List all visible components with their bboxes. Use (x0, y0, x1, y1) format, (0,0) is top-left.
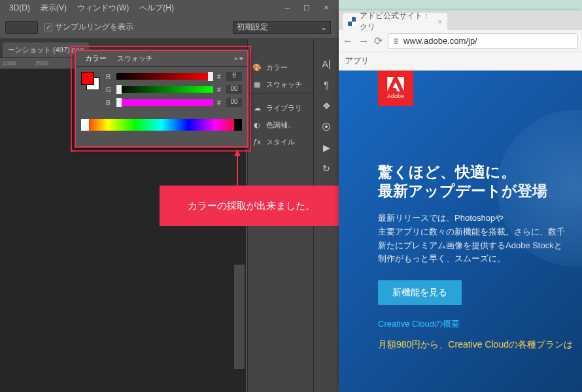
address-bar-row: ← → ⟳ 🗎 www.adobe.com/jp/ (339, 30, 582, 52)
close-button[interactable]: × (317, 0, 336, 14)
maximize-button[interactable]: □ (297, 0, 317, 14)
palette-icon: 🎨 (252, 63, 262, 72)
adobe-logo-icon (387, 77, 404, 91)
contrast-icon: ◐ (252, 121, 262, 129)
menu-view[interactable]: 表示(V) (37, 3, 71, 14)
ruler-tick: 2500 (35, 60, 48, 67)
panel-swatches[interactable]: ▦スウォッチ (248, 76, 313, 93)
preset-dropdown[interactable]: 初期設定 ⌄ (233, 21, 331, 34)
url-text: www.adobe.com/jp/ (403, 36, 477, 46)
annotation-arrow (237, 152, 238, 187)
sample-ring-label: サンプルリングを表示 (55, 22, 133, 33)
panel-label: スタイル (266, 137, 295, 147)
r-slider[interactable] (116, 73, 213, 80)
favicon-icon (348, 17, 356, 26)
menu-3d[interactable]: 3D(D) (5, 3, 34, 12)
r-label: R (106, 73, 112, 80)
menu-help[interactable]: ヘルプ(H) (135, 3, 178, 14)
browser-tabbar: アドビ公式サイト：クリ × (339, 10, 582, 30)
cloud-icon: ☁ (252, 104, 262, 112)
hero-heading-2: 最新アップデートが登場 (378, 181, 582, 201)
hero-copy: 最新リリースでは、Photoshopや 主要アプリに数々の新機能を搭載。さらに、… (378, 212, 582, 266)
ruler-tick: 2400 (3, 60, 16, 67)
b-slider[interactable] (116, 99, 213, 106)
g-slider[interactable] (116, 86, 213, 93)
menu-window[interactable]: ウィンドウ(W) (73, 3, 133, 14)
photoshop-window: 3D(D) 表示(V) ウィンドウ(W) ヘルプ(H) – □ × ✓ サンプル… (0, 0, 339, 392)
layers-icon[interactable]: ❖ (322, 101, 331, 111)
adobe-logo-badge[interactable]: Adobe (378, 71, 413, 106)
checkbox-icon: ✓ (44, 24, 52, 31)
hash: # (217, 99, 222, 106)
reload-button[interactable]: ⟳ (374, 35, 383, 47)
fx-icon: ƒx (252, 138, 262, 146)
b-label: B (106, 99, 112, 106)
hash: # (217, 73, 222, 80)
panel-libraries[interactable]: ☁ライブラリ (248, 99, 313, 116)
adobe-label: Adobe (387, 93, 404, 99)
panel-menu-icon[interactable]: » ≡ (234, 55, 247, 62)
minimize-button[interactable]: – (277, 0, 297, 14)
spectrum-bar[interactable] (81, 119, 242, 131)
panel-label: スウォッチ (266, 80, 302, 90)
hash: # (217, 86, 222, 93)
b-value[interactable]: 00 (226, 98, 242, 107)
rgb-sliders: R # ff G # 00 B # 00 (106, 72, 242, 111)
g-label: G (106, 86, 112, 93)
panel-color[interactable]: 🎨カラー (248, 59, 313, 76)
page-hero: Adobe 驚くほど、快適に。 最新アップデートが登場 最新リリースでは、Pho… (339, 71, 582, 392)
menu-bar: 3D(D) 表示(V) ウィンドウ(W) ヘルプ(H) – □ × (0, 0, 339, 16)
page-icon: 🗎 (392, 37, 400, 46)
annotation-callout: カラーの採取が出来ました。 (160, 186, 343, 226)
panel-adjust[interactable]: ◐色調補.. (248, 116, 313, 133)
tool-dropdown[interactable] (5, 21, 38, 34)
panel-label: カラー (266, 63, 288, 73)
g-value[interactable]: 00 (226, 85, 242, 94)
color-panel-tabs: カラー スウォッチ » ≡ (76, 51, 247, 67)
cta-button[interactable]: 新機能を見る (378, 280, 462, 305)
r-value[interactable]: ff (226, 72, 242, 81)
back-button[interactable]: ← (343, 35, 353, 47)
panel-label: 色調補.. (266, 120, 292, 130)
foreground-color[interactable] (81, 72, 94, 85)
bookmarks-bar: アプリ (339, 52, 582, 71)
hero-heading-1: 驚くほど、快適に。 (378, 162, 582, 182)
options-bar: ✓ サンプルリングを表示 初期設定 ⌄ (0, 16, 339, 39)
chevron-down-icon: ⌄ (320, 23, 327, 32)
preset-label: 初期設定 (237, 22, 268, 33)
tab-swatch[interactable]: スウォッチ (112, 54, 158, 63)
window-controls: – □ × (277, 0, 336, 14)
color-panel[interactable]: カラー スウォッチ » ≡ R # ff G # 00 (75, 50, 248, 148)
browser-tab[interactable]: アドビ公式サイト：クリ × (343, 13, 447, 30)
address-bar[interactable]: 🗎 www.adobe.com/jp/ (388, 33, 578, 49)
channels-icon[interactable]: ⦿ (322, 122, 331, 132)
paragraph-icon[interactable]: ¶ (324, 80, 329, 90)
history-icon[interactable]: ↻ (322, 163, 330, 174)
panel-styles[interactable]: ƒxスタイル (248, 133, 313, 150)
chrome-window: アドビ公式サイト：クリ × ← → ⟳ 🗎 www.adobe.com/jp/ … (339, 10, 582, 392)
vertical-scrollbar[interactable] (234, 265, 245, 369)
grid-icon: ▦ (252, 80, 262, 89)
type-icon[interactable]: A| (322, 59, 331, 69)
tab-color[interactable]: カラー (80, 54, 112, 63)
fg-bg-swatch[interactable] (81, 72, 99, 111)
apps-shortcut[interactable]: アプリ (345, 56, 369, 67)
pricing-text: 月額980円から、Creative Cloudの各種プランは (378, 339, 582, 351)
sample-ring-checkbox[interactable]: ✓ サンプルリングを表示 (44, 22, 133, 33)
play-icon[interactable]: ▶ (323, 142, 330, 153)
tab-close-icon[interactable]: × (438, 18, 442, 25)
panel-label: ライブラリ (266, 103, 302, 113)
tab-title: アドビ公式サイト：クリ (360, 10, 434, 33)
forward-button[interactable]: → (358, 35, 369, 47)
cc-overview-link[interactable]: Creative Cloudの概要 (378, 318, 582, 330)
